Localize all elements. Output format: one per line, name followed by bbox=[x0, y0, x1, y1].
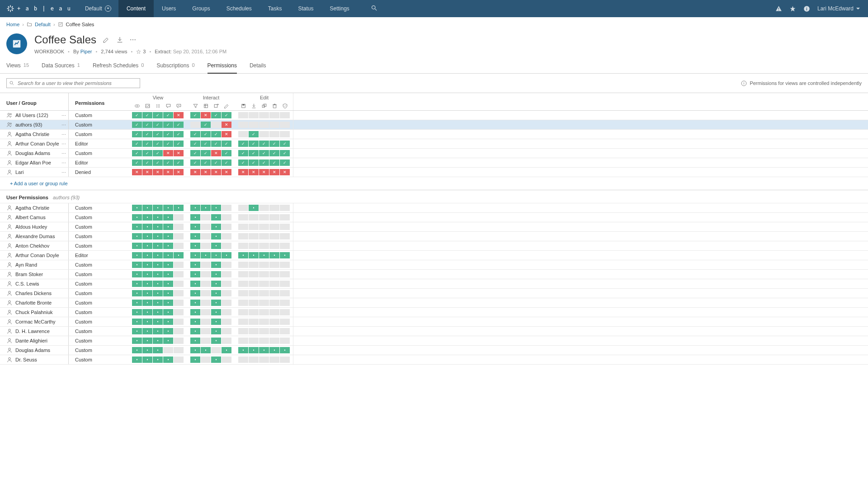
capability-cell[interactable] bbox=[163, 122, 173, 128]
capability-cell[interactable] bbox=[142, 205, 152, 211]
capability-cell[interactable] bbox=[211, 290, 221, 296]
capability-cell[interactable] bbox=[259, 224, 269, 230]
capability-cell[interactable] bbox=[132, 328, 142, 334]
breadcrumb-home[interactable]: Home bbox=[6, 22, 19, 27]
capability-cell[interactable] bbox=[153, 150, 163, 156]
capability-cell[interactable] bbox=[174, 150, 184, 156]
add-rule-link[interactable]: + Add a user or group rule bbox=[10, 181, 68, 186]
capability-cell[interactable] bbox=[190, 141, 200, 147]
capability-cell[interactable] bbox=[132, 160, 142, 166]
capability-cell[interactable] bbox=[142, 290, 152, 296]
capability-cell[interactable] bbox=[201, 205, 211, 211]
capability-cell[interactable] bbox=[163, 347, 173, 353]
capability-cell[interactable] bbox=[153, 347, 163, 353]
breadcrumb-site[interactable]: Default bbox=[35, 22, 51, 27]
tab-refresh-schedules[interactable]: Refresh Schedules0 bbox=[93, 59, 144, 73]
capability-cell[interactable] bbox=[259, 214, 269, 221]
capability-cell[interactable] bbox=[222, 214, 231, 221]
capability-cell[interactable] bbox=[132, 233, 142, 239]
capability-cell[interactable] bbox=[238, 319, 248, 325]
capability-cell[interactable] bbox=[201, 252, 211, 258]
capability-cell[interactable] bbox=[222, 262, 231, 268]
capability-cell[interactable] bbox=[211, 252, 221, 258]
capability-cell[interactable] bbox=[132, 262, 142, 268]
info-icon[interactable]: i bbox=[803, 5, 810, 12]
capability-cell[interactable] bbox=[269, 243, 279, 249]
capability-cell[interactable] bbox=[132, 169, 142, 175]
user-permission-row[interactable]: Dante AlighieriCustom bbox=[0, 336, 868, 346]
capability-cell[interactable] bbox=[222, 131, 231, 137]
capability-cell[interactable] bbox=[163, 281, 173, 287]
capability-cell[interactable] bbox=[222, 122, 231, 128]
capability-cell[interactable] bbox=[153, 252, 163, 258]
capability-cell[interactable] bbox=[132, 141, 142, 147]
capability-cell[interactable] bbox=[238, 309, 248, 315]
capability-cell[interactable] bbox=[142, 300, 152, 306]
capability-cell[interactable] bbox=[238, 169, 248, 175]
rule-menu-button[interactable]: ⋯ bbox=[59, 160, 68, 165]
capability-cell[interactable] bbox=[222, 169, 231, 175]
capability-cell[interactable] bbox=[211, 233, 221, 239]
nav-item-content[interactable]: Content bbox=[118, 0, 154, 17]
capability-cell[interactable] bbox=[142, 271, 152, 277]
capability-cell[interactable] bbox=[174, 122, 184, 128]
capability-cell[interactable] bbox=[222, 271, 231, 277]
capability-cell[interactable] bbox=[238, 205, 248, 211]
capability-cell[interactable] bbox=[174, 347, 184, 353]
capability-cell[interactable] bbox=[174, 300, 184, 306]
capability-cell[interactable] bbox=[211, 150, 221, 156]
capability-cell[interactable] bbox=[163, 205, 173, 211]
user-permission-row[interactable]: D. H. LawrenceCustom bbox=[0, 327, 868, 336]
capability-cell[interactable] bbox=[132, 214, 142, 221]
capability-cell[interactable] bbox=[153, 141, 163, 147]
capability-cell[interactable] bbox=[201, 357, 211, 363]
capability-cell[interactable] bbox=[269, 160, 279, 166]
capability-cell[interactable] bbox=[132, 300, 142, 306]
capability-cell[interactable] bbox=[153, 205, 163, 211]
capability-cell[interactable] bbox=[259, 328, 269, 334]
capability-cell[interactable] bbox=[174, 141, 184, 147]
capability-cell[interactable] bbox=[211, 122, 221, 128]
capability-cell[interactable] bbox=[269, 150, 279, 156]
capability-cell[interactable] bbox=[280, 328, 290, 334]
capability-cell[interactable] bbox=[259, 233, 269, 239]
capability-cell[interactable] bbox=[142, 357, 152, 363]
capability-cell[interactable] bbox=[269, 205, 279, 211]
capability-cell[interactable] bbox=[153, 243, 163, 249]
capability-cell[interactable] bbox=[163, 290, 173, 296]
capability-cell[interactable] bbox=[132, 338, 142, 344]
capability-cell[interactable] bbox=[280, 252, 290, 258]
capability-cell[interactable] bbox=[190, 300, 200, 306]
tab-details[interactable]: Details bbox=[250, 59, 266, 73]
nav-item-status[interactable]: Status bbox=[290, 0, 321, 17]
capability-cell[interactable] bbox=[132, 357, 142, 363]
capability-cell[interactable] bbox=[142, 252, 152, 258]
nav-item-tasks[interactable]: Tasks bbox=[260, 0, 290, 17]
capability-cell[interactable] bbox=[163, 141, 173, 147]
capability-cell[interactable] bbox=[222, 328, 231, 334]
capability-cell[interactable] bbox=[163, 338, 173, 344]
capability-cell[interactable] bbox=[280, 131, 290, 137]
site-selector[interactable]: Default bbox=[78, 5, 118, 12]
capability-cell[interactable] bbox=[238, 300, 248, 306]
capability-cell[interactable] bbox=[249, 214, 259, 221]
nav-item-schedules[interactable]: Schedules bbox=[218, 0, 260, 17]
capability-cell[interactable] bbox=[238, 150, 248, 156]
capability-cell[interactable] bbox=[222, 300, 231, 306]
capability-cell[interactable] bbox=[238, 160, 248, 166]
capability-cell[interactable] bbox=[174, 112, 184, 118]
capability-cell[interactable] bbox=[163, 319, 173, 325]
capability-cell[interactable] bbox=[222, 205, 231, 211]
capability-cell[interactable] bbox=[269, 141, 279, 147]
capability-cell[interactable] bbox=[211, 141, 221, 147]
capability-cell[interactable] bbox=[153, 131, 163, 137]
permission-rule-row[interactable]: Arthur Conan Doyle⋯Editor bbox=[0, 139, 868, 149]
capability-cell[interactable] bbox=[132, 131, 142, 137]
capability-cell[interactable] bbox=[269, 233, 279, 239]
capability-cell[interactable] bbox=[269, 214, 279, 221]
capability-cell[interactable] bbox=[190, 347, 200, 353]
capability-cell[interactable] bbox=[163, 131, 173, 137]
capability-cell[interactable] bbox=[163, 214, 173, 221]
capability-cell[interactable] bbox=[201, 214, 211, 221]
capability-cell[interactable] bbox=[238, 233, 248, 239]
